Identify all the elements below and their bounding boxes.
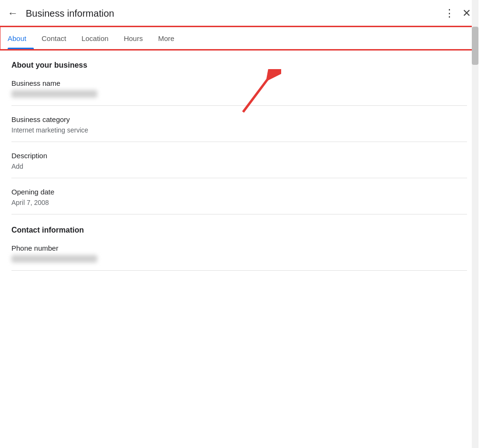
- tab-hours[interactable]: Hours: [124, 27, 151, 49]
- divider-1: [11, 105, 467, 106]
- about-section-title: About your business: [11, 61, 467, 70]
- opening-date-value[interactable]: April 7, 2008: [11, 199, 467, 206]
- business-category-label: Business category: [11, 115, 467, 123]
- divider-5: [11, 270, 467, 271]
- description-label: Description: [11, 152, 467, 160]
- more-options-icon[interactable]: ⋮: [444, 7, 455, 20]
- opening-date-label: Opening date: [11, 188, 467, 196]
- content-area: About your business Business name Busine…: [0, 50, 478, 446]
- tab-location[interactable]: Location: [81, 27, 116, 49]
- header-actions: ⋮ ✕: [444, 7, 471, 20]
- phone-number-value[interactable]: [11, 255, 97, 263]
- back-button[interactable]: ←: [8, 7, 18, 20]
- description-value[interactable]: Add: [11, 163, 467, 170]
- business-name-label: Business name: [11, 79, 467, 87]
- phone-number-label: Phone number: [11, 244, 467, 252]
- divider-3: [11, 178, 467, 178]
- opening-date-group: Opening date April 7, 2008: [11, 188, 467, 214]
- tab-about[interactable]: About: [8, 27, 34, 49]
- divider-2: [11, 142, 467, 142]
- scrollbar-thumb[interactable]: [472, 27, 478, 65]
- phone-number-group: Phone number: [11, 244, 467, 271]
- business-category-group: Business category Internet marketing ser…: [11, 115, 467, 142]
- business-category-value[interactable]: Internet marketing service: [11, 126, 467, 134]
- business-name-value[interactable]: [11, 90, 97, 98]
- business-name-group: Business name: [11, 79, 467, 106]
- page-title: Business information: [26, 8, 444, 19]
- divider-4: [11, 214, 467, 214]
- contact-section-title: Contact information: [11, 226, 467, 234]
- tab-more[interactable]: More: [158, 27, 182, 49]
- scrollbar[interactable]: [472, 0, 478, 448]
- header: ← Business information ⋮ ✕: [0, 0, 478, 27]
- tab-contact[interactable]: Contact: [41, 27, 74, 49]
- tabs-bar: About Contact Location Hours More: [0, 27, 478, 50]
- description-group: Description Add: [11, 152, 467, 178]
- back-icon: ←: [8, 7, 18, 20]
- close-icon[interactable]: ✕: [462, 7, 471, 20]
- business-info-panel: ← Business information ⋮ ✕ About Contact…: [0, 0, 478, 448]
